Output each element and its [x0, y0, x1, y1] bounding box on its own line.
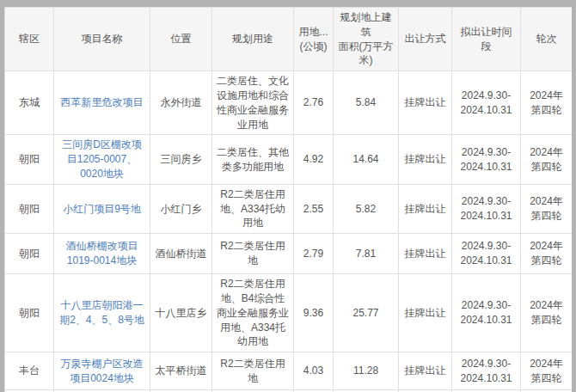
project-link[interactable]: 三间房D区棚改项目1205-0007、0020地块 [62, 138, 142, 180]
cell-land-area: 4.92 [294, 135, 334, 184]
project-link[interactable]: 西革新里危改项目 [61, 96, 144, 108]
cell-land-area: 4.03 [294, 352, 334, 390]
cell-usage: 二类居住、其他类多功能用地 [212, 135, 294, 184]
header-floor-area: 规划地上建筑 面积(万平方米) [334, 8, 399, 71]
cell-method: 挂牌出让 [399, 234, 452, 274]
header-planned-usage: 规划用途 [212, 8, 294, 71]
land-transfer-table: 辖区 项目名称 位置 规划用途 用地... (公顷) 规划地上建筑 面积(万平方… [4, 7, 572, 392]
cell-period: 2024.9.30-2024.10.31 [452, 234, 521, 274]
cell-project: 十八里店朝阳港一期2、4、5、8号地 [54, 274, 150, 352]
cell-round: 2024年第四轮 [521, 352, 573, 390]
cell-floor-area: 5.82 [334, 184, 399, 233]
cell-land-area: 9.36 [294, 274, 334, 352]
project-link[interactable]: 酒仙桥棚改项目1019-0014地块 [66, 240, 138, 266]
cell-district: 丰台 [5, 352, 54, 390]
cell-district: 朝阳 [5, 274, 54, 352]
cell-round: 2024年第四轮 [521, 274, 573, 352]
cell-floor-area: 7.81 [334, 234, 399, 274]
project-link[interactable]: 小红门项目9号地 [63, 203, 141, 215]
cell-land-area: 2.76 [294, 71, 334, 135]
cell-district: 朝阳 [5, 135, 54, 184]
cell-project: 西革新里危改项目 [54, 71, 150, 135]
cell-project: 三间房D区棚改项目1205-0007、0020地块 [54, 135, 150, 184]
cell-land-area: 2.55 [294, 184, 334, 233]
cell-location: 三间房乡 [150, 135, 212, 184]
header-round: 轮次 [521, 8, 573, 71]
header-location: 位置 [150, 8, 212, 71]
header-project-name: 项目名称 [54, 8, 150, 71]
cell-method: 挂牌出让 [399, 135, 452, 184]
table-row: 朝阳 三间房D区棚改项目1205-0007、0020地块 三间房乡 二类居住、其… [5, 135, 573, 184]
cell-method: 挂牌出让 [399, 274, 452, 352]
header-transfer-method: 出让方式 [399, 8, 452, 71]
project-link[interactable]: 万泉寺棚户区改造项目0024地块 [61, 358, 144, 384]
table-header-row: 辖区 项目名称 位置 规划用途 用地... (公顷) 规划地上建筑 面积(万平方… [5, 8, 573, 71]
land-transfer-table-container: 辖区 项目名称 位置 规划用途 用地... (公顷) 规划地上建筑 面积(万平方… [4, 7, 572, 392]
cell-floor-area: 25.77 [334, 274, 399, 352]
cell-round: 2024年第四轮 [521, 184, 573, 233]
cell-location: 酒仙桥街道 [150, 234, 212, 274]
table-row: 朝阳 小红门项目9号地 小红门乡 R2二类居住用地、A334托幼用地 2.55 … [5, 184, 573, 233]
header-land-area: 用地... (公顷) [294, 8, 334, 71]
cell-period: 2024.9.30-2024.10.31 [452, 184, 521, 233]
cell-district: 朝阳 [5, 184, 54, 233]
cell-usage: 二类居住、文化设施用地和综合性商业金融服务业用地 [212, 71, 294, 135]
cell-method: 挂牌出让 [399, 71, 452, 135]
cell-floor-area: 5.84 [334, 71, 399, 135]
cell-district: 朝阳 [5, 234, 54, 274]
cell-method: 挂牌出让 [399, 352, 452, 390]
table-row: 东城 西革新里危改项目 永外街道 二类居住、文化设施用地和综合性商业金融服务业用… [5, 71, 573, 135]
cell-location: 永外街道 [150, 71, 212, 135]
cell-round: 2024年第四轮 [521, 234, 573, 274]
cell-round: 2024年第四轮 [521, 135, 573, 184]
header-transfer-period: 拟出让时间段 [452, 8, 521, 71]
cell-usage: R2二类居住用地 [212, 352, 294, 390]
cell-location: 小红门乡 [150, 184, 212, 233]
cell-project: 小红门项目9号地 [54, 184, 150, 233]
cell-period: 2024.9.30-2024.10.31 [452, 135, 521, 184]
cell-usage: R2二类居住用地、A334托幼用地 [212, 184, 294, 233]
cell-location: 太平桥街道 [150, 352, 212, 390]
cell-usage: R2二类居住用地、B4综合性商业全融服务业用地、A334托幼用地 [212, 274, 294, 352]
table-row: 丰台 万泉寺棚户区改造项目0024地块 太平桥街道 R2二类居住用地 4.03 … [5, 352, 573, 390]
header-district: 辖区 [5, 8, 54, 71]
table-row: 朝阳 酒仙桥棚改项目1019-0014地块 酒仙桥街道 R2二类居住用地 2.7… [5, 234, 573, 274]
table-row: 朝阳 十八里店朝阳港一期2、4、5、8号地 十八里店乡 R2二类居住用地、B4综… [5, 274, 573, 352]
cell-method: 挂牌出让 [399, 184, 452, 233]
cell-land-area: 2.79 [294, 234, 334, 274]
project-link[interactable]: 十八里店朝阳港一期2、4、5、8号地 [59, 299, 144, 326]
cell-period: 2024.9.30-2024.10.31 [452, 71, 521, 135]
cell-period: 2024.9.30-2024.10.31 [452, 274, 521, 352]
cell-round: 2024年第四轮 [521, 71, 573, 135]
cell-location: 十八里店乡 [150, 274, 212, 352]
cell-usage: R2二类居住用地 [212, 234, 294, 274]
cell-project: 酒仙桥棚改项目1019-0014地块 [54, 234, 150, 274]
cell-period: 2024.9.30-2024.10.31 [452, 352, 521, 390]
cell-floor-area: 14.64 [334, 135, 399, 184]
cell-district: 东城 [5, 71, 54, 135]
cell-project: 万泉寺棚户区改造项目0024地块 [54, 352, 150, 390]
cell-floor-area: 11.28 [334, 352, 399, 390]
